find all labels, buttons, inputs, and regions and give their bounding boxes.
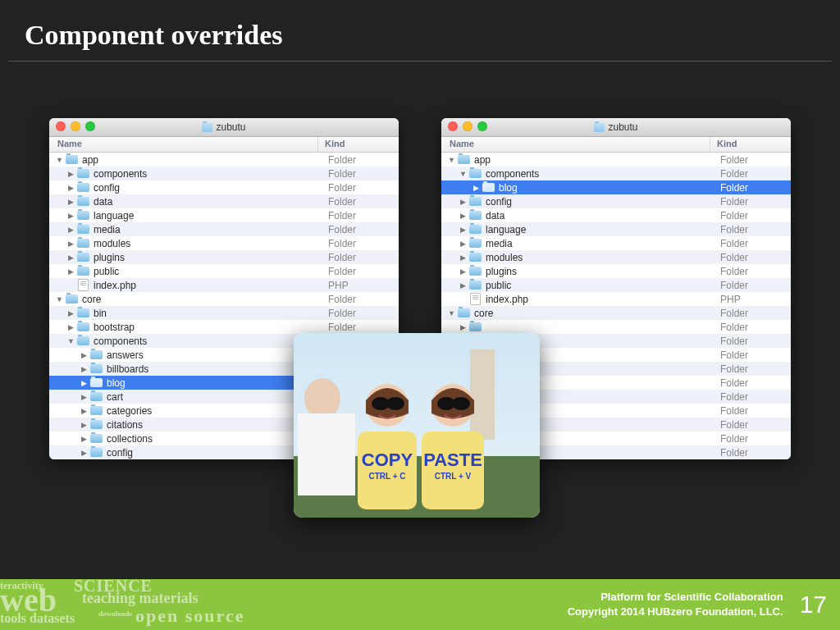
svg-rect-3 xyxy=(298,413,355,495)
disclosure-right-icon[interactable]: ▶ xyxy=(80,435,88,443)
disclosure-right-icon[interactable]: ▶ xyxy=(80,365,88,373)
list-item[interactable]: ▶binFolder xyxy=(49,306,399,320)
disclosure-right-icon[interactable]: ▶ xyxy=(67,267,75,276)
zoom-icon[interactable] xyxy=(85,121,95,131)
list-item[interactable]: ▶publicFolder xyxy=(49,264,399,278)
disclosure-right-icon[interactable]: ▶ xyxy=(67,309,75,317)
item-label: public xyxy=(94,266,328,277)
list-item[interactable]: ▶modulesFolder xyxy=(441,250,791,264)
list-item[interactable]: ▼componentsFolder xyxy=(441,167,791,180)
folder-icon xyxy=(89,377,103,388)
list-item[interactable]: ▶dataFolder xyxy=(441,208,791,222)
disclosure-down-icon[interactable]: ▼ xyxy=(459,170,467,178)
disclosure-right-icon[interactable]: ▶ xyxy=(67,198,75,206)
close-icon[interactable] xyxy=(56,121,66,131)
disclosure-right-icon[interactable]: ▶ xyxy=(459,240,467,248)
item-kind: Folder xyxy=(328,252,392,263)
column-header[interactable]: Name Kind xyxy=(49,137,399,153)
item-kind: Folder xyxy=(720,419,784,431)
item-kind: Folder xyxy=(720,349,784,361)
disclosure-right-icon[interactable]: ▶ xyxy=(80,379,88,387)
folder-icon xyxy=(76,322,89,332)
item-kind: Folder xyxy=(720,168,784,180)
disclosure-down-icon[interactable]: ▼ xyxy=(448,156,455,164)
list-item[interactable]: ▶index.phpPHP xyxy=(49,278,399,292)
list-item[interactable]: ▶pluginsFolder xyxy=(441,264,791,278)
folder-icon xyxy=(468,280,482,290)
disclosure-right-icon[interactable]: ▶ xyxy=(459,323,467,331)
disclosure-down-icon[interactable]: ▼ xyxy=(67,337,75,345)
col-kind[interactable]: Kind xyxy=(317,137,399,152)
folder-icon xyxy=(89,363,103,374)
file-icon xyxy=(76,280,89,290)
list-item[interactable]: ▶pluginsFolder xyxy=(49,250,399,264)
list-item[interactable]: ▶languageFolder xyxy=(49,208,399,222)
disclosure-down-icon[interactable]: ▼ xyxy=(56,156,63,164)
disclosure-right-icon[interactable]: ▶ xyxy=(80,449,88,457)
list-item[interactable]: ▶componentsFolder xyxy=(49,167,399,180)
disclosure-down-icon[interactable]: ▼ xyxy=(448,309,455,317)
list-item[interactable]: ▶dataFolder xyxy=(49,194,399,208)
disclosure-right-icon[interactable]: ▶ xyxy=(459,198,467,206)
list-item[interactable]: ▼appFolder xyxy=(441,153,791,167)
disclosure-right-icon[interactable]: ▶ xyxy=(459,226,467,234)
list-item[interactable]: ▶index.phpPHP xyxy=(441,292,791,306)
disclosure-right-icon[interactable]: ▶ xyxy=(67,240,75,248)
titlebar[interactable]: zubutu xyxy=(49,118,399,137)
list-item[interactable]: ▶mediaFolder xyxy=(441,236,791,250)
disclosure-right-icon[interactable]: ▶ xyxy=(67,184,75,192)
item-kind: Folder xyxy=(328,154,392,166)
list-item[interactable]: ▶modulesFolder xyxy=(49,236,399,250)
disclosure-right-icon[interactable]: ▶ xyxy=(459,253,467,262)
item-label: config xyxy=(94,182,328,194)
disclosure-right-icon[interactable]: ▶ xyxy=(67,253,75,262)
item-kind: Folder xyxy=(328,266,392,277)
footer-text: Platform for Scientific Collaboration Co… xyxy=(568,590,783,619)
disclosure-right-icon[interactable]: ▶ xyxy=(67,226,75,234)
list-item[interactable]: ▶configFolder xyxy=(441,194,791,208)
item-label: media xyxy=(94,224,328,235)
column-header[interactable]: Name Kind xyxy=(441,137,791,153)
disclosure-right-icon[interactable]: ▶ xyxy=(80,393,88,401)
list-item[interactable]: ▼coreFolder xyxy=(441,306,791,320)
minimize-icon[interactable] xyxy=(71,121,80,131)
item-kind: Folder xyxy=(328,224,392,235)
list-item[interactable]: ▶blogFolder xyxy=(441,180,791,194)
disclosure-right-icon[interactable]: ▶ xyxy=(459,267,467,276)
list-item[interactable]: ▶mediaFolder xyxy=(49,222,399,236)
item-kind: Folder xyxy=(720,280,784,291)
list-item[interactable]: ▶languageFolder xyxy=(441,222,791,236)
close-icon[interactable] xyxy=(448,121,458,131)
item-kind: Folder xyxy=(720,196,784,208)
disclosure-right-icon[interactable]: ▶ xyxy=(80,421,88,429)
minimize-icon[interactable] xyxy=(463,121,472,131)
disclosure-right-icon[interactable]: ▶ xyxy=(459,212,467,220)
list-item[interactable]: ▶Folder xyxy=(441,320,791,334)
disclosure-right-icon[interactable]: ▶ xyxy=(80,351,88,359)
windows-area: zubutu Name Kind ▼appFolder▶componentsFo… xyxy=(49,118,791,556)
list-item[interactable]: ▼appFolder xyxy=(49,153,399,167)
titlebar[interactable]: zubutu xyxy=(441,118,791,137)
disclosure-right-icon[interactable]: ▶ xyxy=(67,170,75,178)
slide-footer: teractivity SCIENCE web teaching materia… xyxy=(0,579,840,630)
folder-icon xyxy=(468,210,482,221)
window-title: zubutu xyxy=(594,121,637,133)
item-label: language xyxy=(486,224,720,235)
folder-icon xyxy=(457,308,470,318)
col-name[interactable]: Name xyxy=(441,137,710,152)
item-label: blog xyxy=(499,182,720,194)
list-item[interactable]: ▶bootstrapFolder xyxy=(49,320,399,334)
zoom-icon[interactable] xyxy=(477,121,487,131)
col-kind[interactable]: Kind xyxy=(710,137,791,152)
disclosure-right-icon[interactable]: ▶ xyxy=(67,323,75,331)
col-name[interactable]: Name xyxy=(49,137,317,152)
item-kind: Folder xyxy=(720,266,784,277)
disclosure-right-icon[interactable]: ▶ xyxy=(472,184,480,192)
list-item[interactable]: ▶publicFolder xyxy=(441,278,791,292)
disclosure-right-icon[interactable]: ▶ xyxy=(459,281,467,290)
disclosure-right-icon[interactable]: ▶ xyxy=(67,212,75,220)
disclosure-right-icon[interactable]: ▶ xyxy=(80,407,88,415)
list-item[interactable]: ▶configFolder xyxy=(49,180,399,194)
list-item[interactable]: ▼coreFolder xyxy=(49,292,399,306)
disclosure-down-icon[interactable]: ▼ xyxy=(56,295,63,304)
